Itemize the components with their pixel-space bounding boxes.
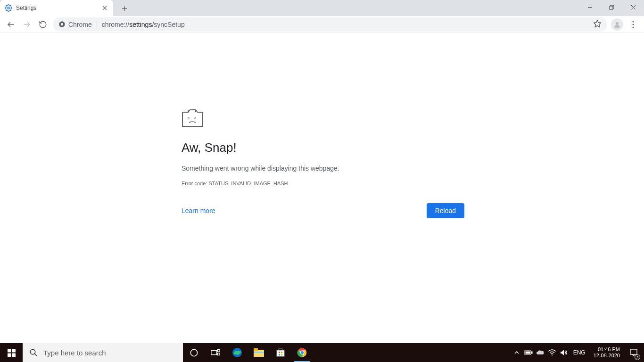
svg-point-17 (632, 24, 634, 25)
close-tab-button[interactable] (101, 4, 108, 12)
svg-point-43 (300, 351, 304, 354)
volume-icon[interactable] (559, 343, 569, 362)
svg-point-18 (632, 26, 634, 28)
task-view-icon[interactable] (205, 343, 226, 362)
svg-rect-30 (211, 350, 217, 354)
svg-rect-35 (254, 348, 258, 351)
error-code: Error code: STATUS_INVALID_IMAGE_HASH (182, 181, 464, 186)
new-tab-button[interactable] (118, 2, 131, 15)
tab-title: Settings (16, 5, 101, 11)
svg-rect-49 (630, 349, 637, 354)
error-heading: Aw, Snap! (182, 140, 464, 155)
microsoft-store-icon[interactable] (270, 343, 291, 362)
sad-folder-icon: x x (182, 108, 464, 129)
svg-rect-41 (281, 354, 282, 355)
svg-rect-26 (12, 353, 16, 357)
svg-rect-38 (279, 352, 280, 353)
taskbar-clock[interactable]: 01:46 PM 12-08-2020 (590, 346, 624, 359)
wifi-icon[interactable] (547, 343, 557, 362)
edge-icon[interactable] (226, 343, 248, 362)
svg-marker-48 (561, 350, 564, 355)
site-info-chip[interactable]: Chrome (58, 21, 92, 28)
svg-rect-32 (218, 353, 220, 355)
url-display: chrome://settings/syncSetup (102, 21, 185, 28)
svg-rect-24 (12, 349, 16, 353)
forward-button[interactable] (19, 16, 35, 33)
cortana-icon[interactable] (183, 343, 205, 362)
svg-text:x: x (194, 115, 196, 120)
svg-rect-37 (277, 350, 284, 356)
svg-rect-31 (218, 350, 220, 352)
svg-marker-13 (594, 20, 601, 27)
windows-taskbar: Type here to search (0, 343, 644, 362)
close-window-button[interactable] (622, 0, 644, 14)
reload-toolbar-button[interactable] (35, 16, 51, 33)
window-controls (579, 0, 644, 16)
bookmark-star-icon[interactable] (593, 19, 602, 29)
gear-icon (5, 4, 12, 12)
svg-rect-45 (531, 352, 532, 354)
svg-text:x: x (188, 115, 190, 120)
battery-icon[interactable] (523, 343, 534, 362)
notification-count-badge: 2 (635, 354, 640, 360)
svg-line-28 (34, 354, 37, 356)
svg-point-15 (616, 22, 619, 25)
maximize-button[interactable] (601, 0, 622, 14)
omnibox-divider (97, 21, 97, 28)
task-icons (183, 343, 313, 362)
svg-rect-34 (254, 350, 264, 357)
svg-rect-40 (279, 354, 280, 355)
profile-avatar[interactable] (611, 18, 623, 31)
action-center-icon[interactable]: 2 (625, 343, 642, 362)
learn-more-link[interactable]: Learn more (182, 207, 215, 214)
file-explorer-icon[interactable] (248, 343, 270, 362)
back-button[interactable] (3, 16, 19, 33)
chrome-menu-button[interactable] (625, 16, 641, 33)
error-panel: x x Aw, Snap! Something went wrong while… (182, 108, 464, 218)
taskbar-search[interactable]: Type here to search (23, 343, 183, 362)
chrome-icon (58, 21, 66, 28)
svg-rect-39 (281, 352, 282, 353)
browser-titlebar: Settings (0, 0, 644, 16)
language-indicator[interactable]: ENG (570, 349, 588, 356)
svg-point-16 (632, 21, 634, 22)
svg-point-47 (552, 355, 553, 356)
error-actions: Learn more Reload (182, 203, 464, 218)
svg-rect-36 (254, 352, 264, 353)
minimize-button[interactable] (579, 0, 601, 14)
svg-rect-25 (8, 353, 11, 357)
page-content: x x Aw, Snap! Something went wrong while… (0, 33, 644, 343)
browser-toolbar: Chrome chrome://settings/syncSetup (0, 16, 644, 33)
svg-rect-23 (8, 349, 11, 353)
svg-point-0 (8, 7, 9, 9)
browser-tab[interactable]: Settings (0, 0, 113, 16)
tray-overflow-icon[interactable] (512, 343, 522, 362)
svg-rect-6 (610, 6, 613, 9)
clock-date: 12-08-2020 (594, 353, 620, 359)
search-icon (29, 348, 38, 357)
system-tray: ENG 01:46 PM 12-08-2020 2 (512, 343, 644, 362)
chrome-taskbar-icon[interactable] (291, 343, 313, 362)
address-bar[interactable]: Chrome chrome://settings/syncSetup (53, 17, 607, 32)
svg-point-29 (190, 349, 197, 356)
svg-rect-46 (526, 352, 530, 354)
onedrive-icon[interactable] (535, 343, 545, 362)
svg-point-12 (61, 23, 63, 25)
reload-button[interactable]: Reload (427, 203, 464, 218)
start-button[interactable] (0, 343, 23, 362)
chip-label: Chrome (68, 21, 92, 28)
clock-time: 01:46 PM (594, 346, 620, 353)
error-message: Something went wrong while displaying th… (182, 165, 464, 172)
search-placeholder: Type here to search (43, 349, 106, 357)
